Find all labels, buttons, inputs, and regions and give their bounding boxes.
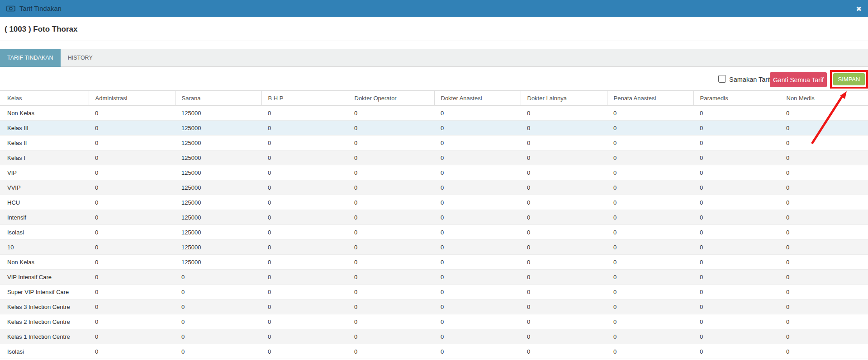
tarif-value-cell: 0 — [693, 314, 780, 329]
tarif-value-cell: 0 — [348, 165, 434, 180]
tarif-value-cell: 125000 — [175, 240, 261, 255]
tarif-value-cell: 125000 — [175, 136, 261, 150]
tarif-value-cell: 0 — [780, 150, 868, 165]
tarif-value-cell: 0 — [693, 240, 780, 255]
tarif-value-cell: 0 — [261, 255, 348, 270]
column-header: Administrasi — [89, 91, 175, 106]
table-row[interactable]: Intensif01250000000000 — [0, 210, 868, 225]
tarif-value-cell: 0 — [693, 180, 780, 195]
tarif-value-cell: 0 — [89, 240, 175, 255]
table-row[interactable]: VIP Intensif Care000000000 — [0, 270, 868, 285]
tarif-value-cell: 0 — [780, 210, 868, 225]
tarif-value-cell: 0 — [434, 180, 521, 195]
kelas-cell: VIP Intensif Care — [0, 270, 89, 285]
tarif-value-cell: 0 — [780, 285, 868, 299]
tarif-value-cell: 0 — [434, 285, 521, 299]
kelas-cell: Kelas III — [0, 121, 89, 136]
column-header: B H P — [261, 91, 348, 106]
kelas-cell: Kelas 2 Infection Centre — [0, 314, 89, 329]
table-row[interactable]: Kelas II01250000000000 — [0, 136, 868, 150]
annotation-highlight-box: SIMPAN — [830, 70, 868, 89]
tarif-value-cell: 0 — [175, 299, 261, 314]
tarif-value-cell: 0 — [89, 195, 175, 210]
table-row[interactable]: Isolasi000000000 — [0, 344, 868, 359]
tarif-value-cell: 0 — [261, 329, 348, 344]
table-row[interactable]: VVIP01250000000000 — [0, 180, 868, 195]
table-row[interactable]: Non Kelas01250000000000 — [0, 255, 868, 270]
tarif-value-cell: 125000 — [175, 121, 261, 136]
tab-tarif-tindakan[interactable]: TARIF TINDAKAN — [0, 49, 61, 67]
tarif-value-cell: 0 — [89, 121, 175, 136]
tarif-value-cell: 0 — [89, 106, 175, 121]
tarif-value-cell: 0 — [693, 285, 780, 299]
kelas-cell: HCU — [0, 195, 89, 210]
tarif-value-cell: 0 — [607, 165, 693, 180]
tarif-value-cell: 0 — [521, 210, 607, 225]
tarif-value-cell: 0 — [607, 121, 693, 136]
tarif-value-cell: 0 — [175, 329, 261, 344]
tarif-value-cell: 0 — [521, 225, 607, 240]
tarif-value-cell: 0 — [89, 150, 175, 165]
tarif-value-cell: 0 — [521, 121, 607, 136]
tarif-value-cell: 125000 — [175, 106, 261, 121]
tarif-value-cell: 0 — [434, 344, 521, 359]
tarif-value-cell: 0 — [693, 225, 780, 240]
kelas-cell: Isolasi — [0, 344, 89, 359]
tarif-value-cell: 0 — [693, 210, 780, 225]
tarif-value-cell: 0 — [261, 165, 348, 180]
tarif-value-cell: 0 — [693, 255, 780, 270]
table-row[interactable]: VIP01250000000000 — [0, 165, 868, 180]
table-row[interactable]: Super VIP Intensif Care000000000 — [0, 285, 868, 299]
tarif-value-cell: 0 — [607, 344, 693, 359]
kelas-cell: Super VIP Intensif Care — [0, 285, 89, 299]
table-row[interactable]: HCU01250000000000 — [0, 195, 868, 210]
tarif-value-cell: 125000 — [175, 165, 261, 180]
tarif-value-cell: 0 — [607, 180, 693, 195]
tarif-value-cell: 0 — [521, 106, 607, 121]
column-header: Dokter Lainnya — [521, 91, 607, 106]
tarif-value-cell: 0 — [780, 329, 868, 344]
tarif-value-cell: 0 — [693, 106, 780, 121]
table-row[interactable]: Kelas 1 Infection Centre000000000 — [0, 329, 868, 344]
tarif-value-cell: 0 — [261, 270, 348, 285]
tarif-value-cell: 0 — [348, 210, 434, 225]
ganti-semua-tarif-button[interactable]: Ganti Semua Tarif — [770, 72, 827, 87]
tarif-value-cell: 0 — [434, 195, 521, 210]
tarif-value-cell: 0 — [348, 285, 434, 299]
tarif-value-cell: 0 — [693, 136, 780, 150]
table-row[interactable]: Kelas 2 Infection Centre000000000 — [0, 314, 868, 329]
tarif-value-cell: 0 — [607, 299, 693, 314]
close-icon[interactable]: ✖ — [856, 5, 862, 12]
tarif-value-cell: 0 — [607, 240, 693, 255]
tarif-value-cell: 0 — [607, 150, 693, 165]
tarif-value-cell: 0 — [261, 225, 348, 240]
column-header: Dokter Operator — [348, 91, 434, 106]
tarif-value-cell: 0 — [521, 136, 607, 150]
table-row[interactable]: Kelas I01250000000000 — [0, 150, 868, 165]
tarif-value-cell: 0 — [521, 240, 607, 255]
tarif-value-cell: 0 — [693, 165, 780, 180]
tab-bar: TARIF TINDAKAN HISTORY — [0, 49, 868, 67]
table-row[interactable]: Non Kelas01250000000000 — [0, 106, 868, 121]
tarif-tindakan-modal: Tarif Tindakan ✖ ( 1003 ) Foto Thorax TA… — [0, 0, 868, 360]
tab-history[interactable]: HISTORY — [61, 49, 100, 67]
tarif-value-cell: 0 — [89, 165, 175, 180]
samakan-tarif-label: Samakan Tarif — [729, 72, 771, 87]
column-header: Penata Anastesi — [607, 91, 693, 106]
tarif-value-cell: 0 — [348, 121, 434, 136]
simpan-button[interactable]: SIMPAN — [833, 73, 865, 85]
table-row[interactable]: Kelas 3 Infection Centre000000000 — [0, 299, 868, 314]
samakan-tarif-checkbox[interactable] — [718, 75, 726, 83]
table-row[interactable]: Isolasi01250000000000 — [0, 225, 868, 240]
tarif-value-cell: 0 — [261, 195, 348, 210]
tarif-value-cell: 0 — [434, 136, 521, 150]
table-body: Non Kelas01250000000000Kelas III01250000… — [0, 106, 868, 359]
table-header: KelasAdministrasiSaranaB H PDokter Opera… — [0, 91, 868, 106]
kelas-cell: Kelas 3 Infection Centre — [0, 299, 89, 314]
kelas-cell: Kelas I — [0, 150, 89, 165]
kelas-cell: Kelas 1 Infection Centre — [0, 329, 89, 344]
table-row[interactable]: 1001250000000000 — [0, 240, 868, 255]
tarif-table: KelasAdministrasiSaranaB H PDokter Opera… — [0, 90, 868, 359]
kelas-cell: Intensif — [0, 210, 89, 225]
table-row[interactable]: Kelas III01250000000000 — [0, 121, 868, 136]
